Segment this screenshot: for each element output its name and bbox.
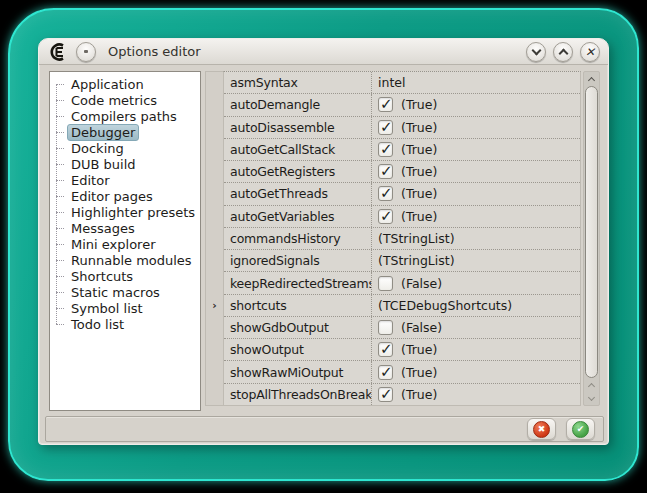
value-checkbox[interactable] bbox=[378, 320, 393, 335]
property-value[interactable]: (True) bbox=[372, 139, 580, 160]
property-value[interactable]: intel bbox=[372, 72, 580, 93]
tree-branch-icon bbox=[56, 132, 64, 133]
value-checkbox[interactable] bbox=[378, 164, 393, 179]
property-row[interactable]: keepRedirectedStreams (False) bbox=[224, 272, 580, 294]
value-checkbox[interactable] bbox=[378, 387, 393, 402]
grid-vertical-scrollbar[interactable] bbox=[583, 71, 600, 406]
sidebar-item[interactable]: Symbol list bbox=[50, 300, 200, 316]
sidebar-item[interactable]: Messages bbox=[50, 220, 200, 236]
sidebar-item[interactable]: Mini explorer bbox=[50, 236, 200, 252]
chevron-up-icon bbox=[588, 76, 595, 83]
property-row[interactable]: showGdbOutput (False) bbox=[224, 317, 580, 339]
property-value[interactable]: (True) bbox=[372, 361, 580, 382]
property-value[interactable]: (TStringList) bbox=[372, 228, 580, 249]
property-value-text: (False) bbox=[401, 320, 442, 335]
close-button[interactable] bbox=[580, 42, 600, 62]
property-value[interactable]: (False) bbox=[372, 272, 580, 293]
sidebar-item[interactable]: Runnable modules bbox=[50, 252, 200, 268]
gutter-cell bbox=[206, 183, 223, 205]
minimize-button[interactable] bbox=[526, 42, 546, 62]
value-checkbox[interactable] bbox=[378, 97, 393, 112]
value-checkbox[interactable] bbox=[378, 120, 393, 135]
scroll-down-button[interactable] bbox=[584, 392, 599, 405]
sidebar-item[interactable]: Static macros bbox=[50, 284, 200, 300]
sidebar-tree: Application Code metrics Compilers paths… bbox=[49, 71, 201, 411]
chevron-up-icon bbox=[558, 48, 568, 58]
property-value[interactable]: (True) bbox=[372, 94, 580, 115]
sidebar-item[interactable]: Code metrics bbox=[50, 92, 200, 108]
expand-marker-icon[interactable] bbox=[212, 300, 217, 311]
tree-branch-icon bbox=[56, 196, 64, 197]
gutter-cell bbox=[206, 116, 223, 138]
property-row[interactable]: autoDemangle (True) bbox=[224, 94, 580, 116]
property-value-text: (True) bbox=[401, 164, 437, 179]
window-menu-icon bbox=[84, 50, 88, 53]
property-name: keepRedirectedStreams bbox=[224, 272, 372, 293]
sidebar-item[interactable]: Todo list bbox=[50, 316, 200, 332]
property-value[interactable]: (False) bbox=[372, 317, 580, 338]
tree-item-label: Docking bbox=[67, 140, 128, 157]
gutter-cell bbox=[206, 94, 223, 116]
property-value[interactable]: (TCEDebugShortcuts) bbox=[372, 295, 580, 316]
tree-branch-icon bbox=[56, 308, 64, 309]
property-row[interactable]: showRawMiOutput (True) bbox=[224, 361, 580, 383]
property-row[interactable]: autoGetCallStack (True) bbox=[224, 139, 580, 161]
property-row[interactable]: ignoredSignals (TStringList) bbox=[224, 250, 580, 272]
sidebar-item[interactable]: Highlighter presets bbox=[50, 204, 200, 220]
sidebar-item[interactable]: Editor bbox=[50, 172, 200, 188]
property-value-text: (True) bbox=[401, 209, 437, 224]
tree-item-label: Editor bbox=[67, 172, 113, 189]
tree-item-label: Compilers paths bbox=[67, 108, 181, 125]
property-value[interactable]: (True) bbox=[372, 161, 580, 182]
sidebar-item[interactable]: Application bbox=[50, 76, 200, 92]
tree-branch-icon bbox=[56, 244, 64, 245]
property-value[interactable]: (TStringList) bbox=[372, 250, 580, 271]
scroll-up-button-bottom[interactable] bbox=[584, 379, 599, 392]
accept-button[interactable] bbox=[566, 418, 595, 440]
property-name: stopAllThreadsOnBreak bbox=[224, 384, 372, 405]
property-row[interactable]: autoDisassemble (True) bbox=[224, 117, 580, 139]
sidebar-item[interactable]: Docking bbox=[50, 140, 200, 156]
maximize-button[interactable] bbox=[553, 42, 573, 62]
sidebar-item[interactable]: DUB build bbox=[50, 156, 200, 172]
property-row[interactable]: shortcuts (TCEDebugShortcuts) bbox=[224, 295, 580, 317]
scrollbar-thumb[interactable] bbox=[585, 86, 598, 378]
value-checkbox[interactable] bbox=[378, 186, 393, 201]
titlebar[interactable]: Options editor bbox=[39, 39, 608, 65]
value-checkbox[interactable] bbox=[378, 365, 393, 380]
property-value[interactable]: (True) bbox=[372, 183, 580, 204]
sidebar-item[interactable]: Shortcuts bbox=[50, 268, 200, 284]
property-row[interactable]: autoGetRegisters (True) bbox=[224, 161, 580, 183]
property-value-text: (TStringList) bbox=[378, 253, 455, 268]
property-value[interactable]: (True) bbox=[372, 339, 580, 360]
property-row[interactable]: commandsHistory (TStringList) bbox=[224, 228, 580, 250]
property-row[interactable]: autoGetVariables (True) bbox=[224, 206, 580, 228]
value-checkbox[interactable] bbox=[378, 209, 393, 224]
property-row[interactable]: asmSyntax intel bbox=[224, 72, 580, 94]
property-row[interactable]: stopAllThreadsOnBreak (True) bbox=[224, 384, 580, 405]
property-value-text: (TStringList) bbox=[378, 231, 455, 246]
chevron-up-icon bbox=[588, 383, 595, 390]
scroll-up-button[interactable] bbox=[584, 72, 599, 86]
tree-item-label: Messages bbox=[67, 220, 139, 237]
property-name: showOutput bbox=[224, 339, 372, 360]
property-name: ignoredSignals bbox=[224, 250, 372, 271]
property-row[interactable]: showOutput (True) bbox=[224, 339, 580, 361]
tree-item-label: Static macros bbox=[67, 284, 164, 301]
property-value[interactable]: (True) bbox=[372, 117, 580, 138]
gutter-cell bbox=[206, 294, 223, 316]
property-value-text: (False) bbox=[401, 276, 442, 291]
value-checkbox[interactable] bbox=[378, 142, 393, 157]
value-checkbox[interactable] bbox=[378, 342, 393, 357]
sidebar-item[interactable]: Debugger bbox=[50, 124, 200, 140]
property-row[interactable]: autoGetThreads (True) bbox=[224, 183, 580, 205]
value-checkbox[interactable] bbox=[378, 276, 393, 291]
property-value[interactable]: (True) bbox=[372, 384, 580, 405]
sidebar-item[interactable]: Editor pages bbox=[50, 188, 200, 204]
gutter-cell bbox=[206, 250, 223, 272]
tree-branch-icon bbox=[56, 148, 64, 149]
sidebar-item[interactable]: Compilers paths bbox=[50, 108, 200, 124]
cancel-button[interactable] bbox=[527, 418, 556, 440]
property-value[interactable]: (True) bbox=[372, 206, 580, 227]
window-menu-button[interactable] bbox=[76, 42, 96, 62]
